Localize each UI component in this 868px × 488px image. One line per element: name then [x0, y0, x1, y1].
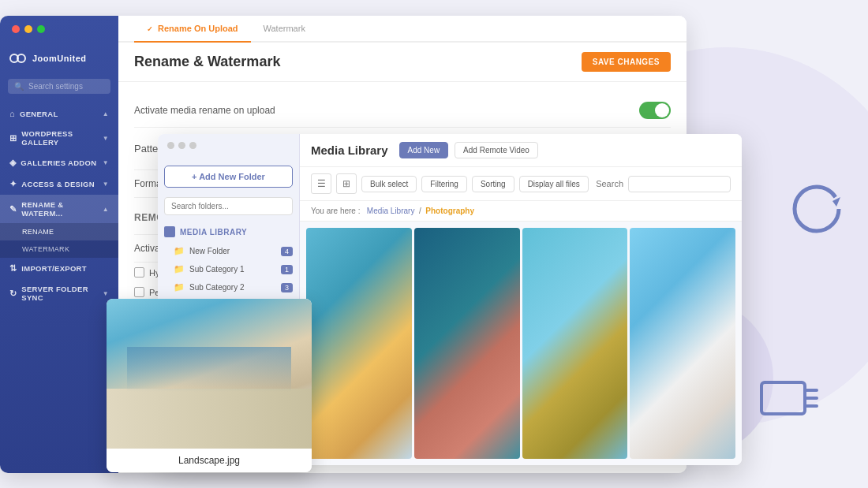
logo: JoomUnited — [0, 47, 118, 76]
folder-item-sub2[interactable]: 📁 Sub Category 2 3 — [158, 278, 299, 296]
list-view-button[interactable]: ☰ — [311, 173, 331, 194]
folder-icon: 📁 — [174, 282, 185, 292]
photo-grid — [300, 222, 742, 465]
tab-rename-on-upload[interactable]: ✓ Rename On Upload — [134, 16, 251, 41]
tab-watermark[interactable]: Watermark — [251, 16, 318, 41]
media-search-input[interactable] — [628, 176, 731, 192]
search-folders-input[interactable] — [171, 202, 286, 210]
sidebar-item-rename[interactable]: Rename — [0, 223, 118, 240]
addon-icon: ◈ — [9, 158, 16, 168]
sidebar-item-watermark[interactable]: Watermark — [0, 240, 118, 258]
sidebar-item-wordpress-gallery[interactable]: ⊞ WordPress Gallery ▼ — [0, 124, 118, 152]
breadcrumb-prefix: You are here : — [311, 207, 360, 215]
activate-rename-label: Activate media rename on upload — [134, 105, 275, 116]
design-icon: ✦ — [9, 179, 17, 189]
home-icon: ⌂ — [9, 109, 15, 118]
bulk-select-button[interactable]: Bulk select — [361, 176, 417, 192]
logo-circle-2 — [17, 54, 26, 63]
search-icon: 🔍 — [14, 82, 24, 91]
sidebar-item-galleries-addon[interactable]: ◈ Galleries Addon ▼ — [0, 152, 118, 173]
add-new-button[interactable]: Add New — [399, 142, 449, 158]
import-icon: ⇅ — [9, 263, 17, 274]
sidebar-item-import-export[interactable]: ⇅ Import/Export — [0, 258, 118, 279]
grid-view-button[interactable]: ⊞ — [336, 173, 357, 194]
add-remote-video-button[interactable]: Add Remote Video — [455, 142, 538, 158]
media-toolbar: Media Library Add New Add Remote Video — [300, 134, 742, 167]
search-settings-input[interactable] — [28, 82, 104, 91]
sidebar-item-label: Access & Design — [21, 180, 95, 188]
sidebar-item-rename-watermark[interactable]: ✎ Rename & Waterm... ▲ — [0, 195, 118, 223]
sidebar-item-label: General — [20, 110, 58, 118]
watermark-label: Watermark — [22, 245, 69, 253]
gallery-icon: ⊞ — [9, 133, 17, 143]
logo-text: JoomUnited — [32, 54, 87, 63]
media-library-label: Media Library — [180, 228, 247, 237]
breadcrumb-parent[interactable]: Media Library — [367, 207, 415, 215]
period-checkbox[interactable] — [134, 287, 144, 297]
svg-marker-1 — [832, 197, 840, 207]
breadcrumb-current: Photography — [425, 207, 474, 215]
sync-icon: ↻ — [9, 289, 17, 299]
minimize-dot[interactable] — [24, 25, 32, 33]
sidebar-search[interactable]: 🔍 — [8, 79, 110, 94]
rename-icon-sidebar: ✎ — [9, 204, 17, 214]
image-preview: Landscape.jpg — [107, 299, 312, 472]
media-dot-2 — [178, 142, 185, 149]
refresh-icon — [789, 181, 844, 240]
breadcrumb: You are here : Media Library / Photograp… — [300, 201, 742, 222]
folder-item-new[interactable]: 📁 New Folder 4 — [158, 242, 299, 260]
sidebar-item-label: Server Folder Sync — [21, 285, 102, 302]
folder-count: 1 — [281, 265, 293, 274]
preview-image — [107, 299, 312, 449]
media-window-controls — [167, 142, 196, 149]
folder-name: Sub Category 2 — [189, 283, 245, 292]
maximize-dot[interactable] — [37, 25, 45, 33]
close-dot[interactable] — [12, 25, 20, 33]
sidebar-item-access-design[interactable]: ✦ Access & Design ▼ — [0, 173, 118, 195]
chevron-icon: ▼ — [103, 290, 109, 297]
folder-name: New Folder — [189, 247, 230, 255]
chevron-icon: ▲ — [103, 110, 109, 117]
sidebar-item-server-folder-sync[interactable]: ↻ Server Folder Sync ▼ — [0, 279, 118, 307]
chevron-icon: ▲ — [103, 206, 109, 213]
window-controls — [12, 25, 45, 33]
search-box: Search — [596, 176, 731, 192]
preview-filename: Landscape.jpg — [107, 449, 312, 472]
photo-item-boat[interactable] — [522, 228, 628, 459]
media-main: Media Library Add New Add Remote Video ☰… — [300, 134, 742, 465]
chevron-icon: ▼ — [103, 135, 109, 142]
check-icon: ✓ — [147, 25, 153, 33]
sidebar-item-label: Import/Export — [21, 264, 87, 273]
display-all-files-button[interactable]: Display all files — [519, 176, 589, 192]
chevron-icon: ▼ — [103, 159, 109, 166]
sorting-button[interactable]: Sorting — [472, 176, 514, 192]
panel-tabs: ✓ Rename On Upload Watermark — [118, 16, 687, 43]
rename-icon — [758, 374, 821, 425]
svg-rect-2 — [761, 382, 805, 414]
folder-item-sub1[interactable]: 📁 Sub Category 1 1 — [158, 260, 299, 278]
media-library-icon — [164, 226, 175, 237]
photo-item-waves[interactable] — [630, 228, 735, 459]
media-actions: ☰ ⊞ Bulk select Filtering Sorting Displa… — [300, 167, 742, 201]
search-label: Search — [596, 179, 623, 188]
rename-label: Rename — [22, 228, 54, 236]
sidebar: JoomUnited 🔍 ⌂ General ▲ ⊞ WordPress Gal… — [0, 16, 118, 473]
folder-count: 4 — [281, 247, 293, 256]
hyphen-checkbox[interactable] — [134, 267, 144, 278]
sidebar-item-general[interactable]: ⌂ General ▲ — [0, 103, 118, 124]
add-new-folder-button[interactable]: + Add New Folder — [164, 166, 293, 188]
filtering-button[interactable]: Filtering — [421, 176, 467, 192]
panel-title: Rename & Watermark — [134, 54, 280, 70]
photo-item-underwater[interactable] — [414, 228, 520, 459]
sidebar-item-label: WordPress Gallery — [21, 129, 102, 147]
search-folders-box[interactable] — [164, 197, 293, 215]
folder-icon: 📁 — [174, 264, 185, 274]
media-dot-1 — [167, 142, 174, 149]
activate-rename-toggle[interactable] — [639, 102, 671, 119]
photo-item-beach[interactable] — [306, 228, 412, 459]
panel-header: Rename & Watermark Save Changes — [118, 43, 687, 82]
folder-icon: 📁 — [174, 246, 185, 256]
svg-point-0 — [795, 187, 839, 231]
save-changes-button[interactable]: Save Changes — [582, 52, 671, 72]
logo-icon — [9, 54, 26, 63]
